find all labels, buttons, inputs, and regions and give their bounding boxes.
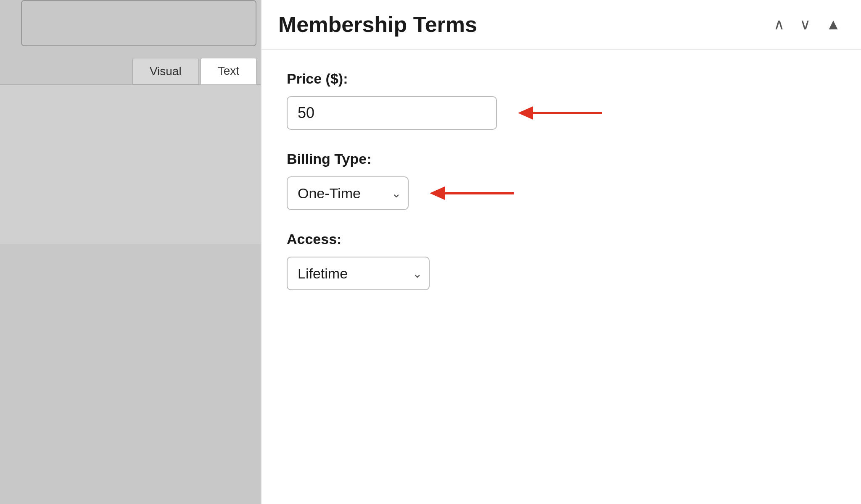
collapse-up-button[interactable]: ∧: [770, 14, 788, 35]
header-icons: ∧ ∨ ▲: [770, 14, 844, 35]
collapse-down-button[interactable]: ∨: [796, 14, 814, 35]
billing-input-row: One-Time Recurring ⌄: [287, 176, 836, 210]
billing-section: Billing Type: One-Time Recurring ⌄: [287, 151, 836, 210]
panel-title: Membership Terms: [278, 12, 770, 37]
left-panel: Visual Text: [0, 0, 261, 504]
price-input[interactable]: [287, 96, 497, 130]
svg-marker-3: [430, 186, 445, 200]
access-label: Access:: [287, 231, 836, 247]
flag-button[interactable]: ▲: [822, 14, 844, 35]
price-arrow-indicator: [518, 104, 602, 122]
left-tabs-area: Visual Text: [0, 55, 261, 244]
billing-type-select[interactable]: One-Time Recurring: [287, 176, 409, 210]
billing-arrow-indicator: [430, 184, 514, 202]
left-content-area: [0, 84, 261, 244]
tab-visual[interactable]: Visual: [132, 58, 199, 84]
access-wrapper: Lifetime Fixed Duration ⌄: [287, 257, 430, 290]
access-select[interactable]: Lifetime Fixed Duration: [287, 257, 430, 290]
access-section: Access: Lifetime Fixed Duration ⌄: [287, 231, 836, 290]
right-body: Price ($): Billing Type: One-Time Recurr…: [261, 50, 861, 311]
tab-text[interactable]: Text: [201, 58, 256, 84]
right-header: Membership Terms ∧ ∨ ▲: [261, 0, 861, 50]
price-input-row: [287, 96, 836, 130]
billing-type-label: Billing Type:: [287, 151, 836, 167]
left-tabs: Visual Text: [0, 58, 261, 84]
price-label: Price ($):: [287, 71, 836, 87]
left-top-box: [21, 0, 256, 46]
right-panel: Membership Terms ∧ ∨ ▲ Price ($): Billin…: [261, 0, 861, 504]
billing-type-wrapper: One-Time Recurring ⌄: [287, 176, 409, 210]
svg-marker-1: [518, 106, 533, 120]
